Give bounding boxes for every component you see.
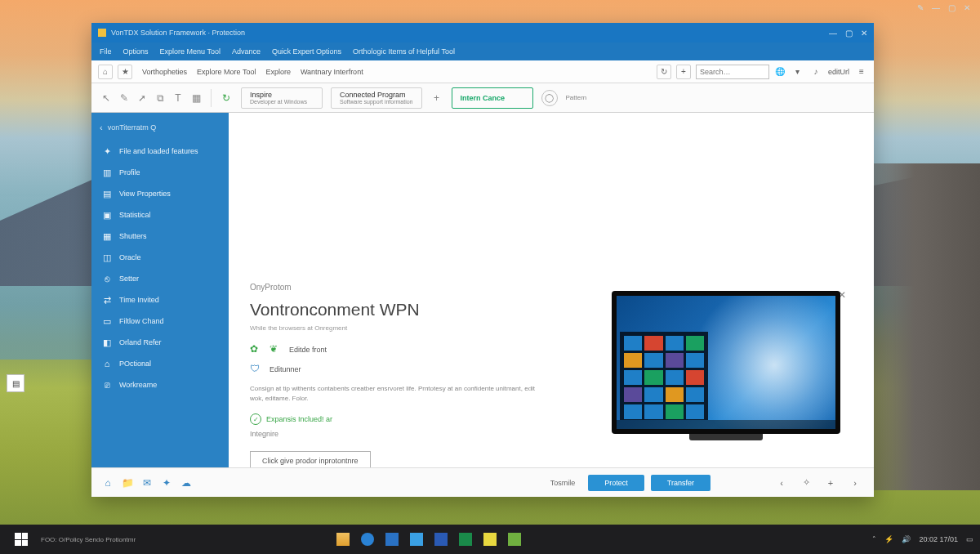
sidebar-item-oracle[interactable]: ◫Oracle bbox=[91, 247, 229, 268]
search-input[interactable] bbox=[696, 65, 769, 79]
tray-network-icon[interactable]: ⚡ bbox=[884, 535, 893, 543]
sidebar-header-label: vonTiterratm Q bbox=[108, 123, 157, 132]
menu-options[interactable]: Options bbox=[123, 47, 149, 56]
monitor-graphic bbox=[612, 291, 840, 434]
shield-icon: 🛡 bbox=[250, 363, 263, 376]
footer-next-icon[interactable]: › bbox=[849, 477, 861, 489]
sidebar-back-icon[interactable]: ‹ bbox=[100, 123, 103, 132]
footer-link[interactable]: Tosmile bbox=[544, 479, 582, 487]
start-button[interactable] bbox=[7, 525, 36, 554]
floating-widget[interactable]: ▤ bbox=[7, 374, 24, 392]
tray-clock[interactable]: 20:02 17/01 bbox=[919, 535, 958, 543]
link-2[interactable]: Integnire bbox=[250, 430, 278, 438]
sidebar-item-label: Filtlow Chand bbox=[119, 317, 164, 325]
footer-puzzle-icon[interactable]: ✦ bbox=[160, 476, 173, 489]
ribbon-add-icon[interactable]: + bbox=[430, 92, 443, 105]
monitor-screen bbox=[617, 296, 835, 429]
taskbar-app-word[interactable] bbox=[430, 528, 452, 551]
sidebar-item-setter[interactable]: ⎋Setter bbox=[91, 268, 229, 289]
footer-home-icon[interactable]: ⌂ bbox=[101, 476, 114, 489]
sidebar-item-stats[interactable]: ▣Statistical bbox=[91, 204, 229, 226]
body-area: ‹ vonTiterratm Q ✦File and loaded featur… bbox=[91, 113, 874, 467]
sidebar-item-workreame[interactable]: ⎚Workreame bbox=[91, 374, 229, 395]
link-row-1: ✓ Expansis Inclued! ar bbox=[250, 413, 580, 425]
desk-max-icon[interactable]: ▢ bbox=[948, 3, 956, 12]
link-1[interactable]: Expansis Inclued! ar bbox=[266, 415, 332, 423]
close-icon[interactable]: ✕ bbox=[861, 29, 867, 38]
tool-refresh-icon[interactable]: ↻ bbox=[220, 92, 233, 105]
sidebar-header: ‹ vonTiterratm Q bbox=[91, 119, 229, 141]
menu-advance[interactable]: Advance bbox=[232, 47, 261, 56]
footer-prev-icon[interactable]: ‹ bbox=[776, 477, 787, 489]
sidebar-item-view[interactable]: ▤View Properties bbox=[91, 183, 229, 204]
tool-text-icon[interactable]: T bbox=[172, 92, 185, 105]
tb-menu-icon[interactable]: ≡ bbox=[856, 66, 867, 78]
sidebar-item-orland[interactable]: ◧Orland Refer bbox=[91, 332, 229, 353]
footer-add-icon[interactable]: + bbox=[825, 477, 836, 489]
tool-crop-icon[interactable]: ⧉ bbox=[154, 92, 167, 105]
panel-left: OnyProtom Vontronconment WPN While the b… bbox=[250, 283, 580, 458]
tool-pen-icon[interactable]: ✎ bbox=[118, 92, 131, 105]
tb-filter-icon[interactable]: ▾ bbox=[792, 66, 804, 78]
taskbar-app-store[interactable] bbox=[381, 528, 403, 551]
taskbar-app-mail[interactable] bbox=[405, 528, 428, 551]
sidebar-item-filtlow[interactable]: ▭Filtlow Chand bbox=[91, 311, 229, 332]
tray-chevron-icon[interactable]: ˄ bbox=[872, 535, 876, 543]
taskbar-app-excel[interactable] bbox=[454, 528, 477, 551]
tb-star-icon[interactable]: ★ bbox=[118, 65, 132, 79]
footer-folder-icon[interactable]: 📁 bbox=[121, 476, 134, 489]
minimize-icon[interactable]: — bbox=[829, 29, 837, 38]
taskbar: FOO: O/Policy Sendo Protiontmr ˄ ⚡ 🔊 20:… bbox=[0, 525, 980, 554]
sidebar-item-time[interactable]: ⇄Time Invited bbox=[91, 289, 229, 311]
titlebar: VonTDX Solution Framework · Protection —… bbox=[91, 23, 874, 42]
ribbon-separator bbox=[211, 89, 212, 107]
tool-paint-icon[interactable]: ▦ bbox=[189, 92, 203, 105]
menu-explore[interactable]: Explore Menu Tool bbox=[160, 47, 220, 56]
tray-notifications-icon[interactable]: ▭ bbox=[966, 535, 973, 543]
maximize-icon[interactable]: ▢ bbox=[845, 29, 853, 38]
ribbon-tools: ↖ ✎ ➚ ⧉ T ▦ bbox=[100, 92, 203, 105]
tb-home-icon[interactable]: ⌂ bbox=[98, 65, 113, 79]
ribbon-tab-intern[interactable]: Intern Cance bbox=[452, 87, 533, 109]
taskbar-app-explorer[interactable] bbox=[332, 528, 354, 551]
tb-plus-icon[interactable]: + bbox=[676, 65, 691, 79]
menu-quick[interactable]: Quick Expert Options bbox=[272, 47, 341, 56]
leaf-icon: ✿ bbox=[250, 343, 263, 356]
tb-label-3: Explore bbox=[265, 68, 291, 76]
sidebar-item-file[interactable]: ✦File and loaded features bbox=[91, 141, 229, 162]
desk-close-icon[interactable]: ✕ bbox=[964, 3, 970, 12]
tray-volume-icon[interactable]: 🔊 bbox=[902, 535, 911, 543]
taskbar-apps bbox=[332, 528, 526, 551]
ribbon-tab-connected-sub: Software support information bbox=[340, 99, 413, 105]
tb-label-1: Vorthopheties bbox=[142, 68, 187, 76]
desk-tool-icon[interactable]: ✎ bbox=[917, 3, 924, 12]
ribbon-round-icon[interactable]: ◯ bbox=[541, 90, 558, 106]
taskbar-app-other[interactable] bbox=[503, 528, 526, 551]
footer-protect-button[interactable]: Protect bbox=[588, 475, 644, 491]
tool-arrow-icon[interactable]: ➚ bbox=[136, 92, 149, 105]
menu-ortho[interactable]: Orthologic Items of Helpful Tool bbox=[353, 47, 455, 56]
desktop-window-controls: ✎ — ▢ ✕ bbox=[917, 3, 970, 12]
window-controls: — ▢ ✕ bbox=[829, 29, 867, 38]
taskbar-status: FOO: O/Policy Sendo Protiontmr bbox=[41, 536, 136, 543]
ribbon-tab-inspire[interactable]: Inspire Developer at Windows bbox=[241, 87, 323, 109]
footer-cloud-icon[interactable]: ☁ bbox=[180, 476, 193, 489]
taskbar-app-browser[interactable] bbox=[356, 528, 379, 551]
footer-mail-icon[interactable]: ✉ bbox=[140, 476, 154, 489]
cta-button[interactable]: Click give prodor inprotontnre bbox=[250, 451, 371, 467]
app-window: VonTDX Solution Framework · Protection —… bbox=[91, 23, 874, 497]
tb-bell-icon[interactable]: ♪ bbox=[810, 66, 822, 78]
ribbon-tab-connected[interactable]: Connected Program Software support infor… bbox=[331, 87, 422, 109]
sidebar-shutters-icon: ▦ bbox=[101, 230, 113, 242]
tb-sync-icon[interactable]: ↻ bbox=[657, 65, 671, 79]
footer-transfer-button[interactable]: Transfer bbox=[651, 475, 710, 491]
tb-globe-icon[interactable]: 🌐 bbox=[774, 66, 786, 78]
menu-file[interactable]: File bbox=[100, 47, 112, 56]
sidebar-item-shutters[interactable]: ▦Shutters bbox=[91, 226, 229, 247]
footer-star-icon[interactable]: ✧ bbox=[800, 477, 812, 489]
sidebar-item-poctional[interactable]: ⌂POctional bbox=[91, 353, 229, 374]
desk-min-icon[interactable]: — bbox=[932, 3, 940, 12]
taskbar-app-note[interactable] bbox=[479, 528, 501, 551]
tool-pointer-icon[interactable]: ↖ bbox=[100, 92, 113, 105]
sidebar-item-profile[interactable]: ▥Profile bbox=[91, 162, 229, 183]
